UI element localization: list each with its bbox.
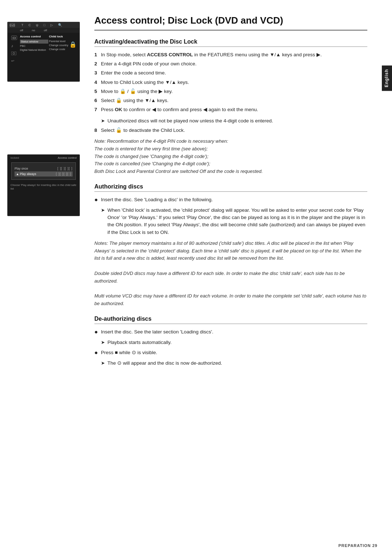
ss1-left-icons: ♪ ↩ (10, 35, 19, 64)
ss1-no: no (32, 29, 35, 32)
ss1-off2: off (44, 29, 47, 32)
language-tab: English (382, 65, 392, 91)
ss2-body: Play once [ ][ ][ ][ ] ▲ Play always [ ]… (11, 162, 76, 180)
step-num-8: 8 (94, 127, 101, 134)
step-text-6: Select 🔒 using the ▼/▲ keys. (101, 97, 367, 104)
step-text-5: Move to 🔒 / 🔓 using the ▶ key. (101, 88, 367, 95)
ss1-col1-item3: Digital Natural Motion (20, 48, 48, 52)
step-num-2: 2 (94, 60, 101, 68)
ss1-col1-header: Access control (20, 35, 48, 38)
arrow-text-1: Unauthorized discs will not be played no… (107, 117, 367, 125)
ss1-nav-psi: ψ (36, 23, 38, 27)
play-always-dots: [ ][ ][ ][ ] (56, 172, 71, 176)
section2-arrow1-text: When 'Child lock' is activated, the 'chi… (107, 207, 367, 236)
section2-notes: Notes: The player memory maintains a lis… (94, 240, 367, 308)
step-num-7: 7 (94, 106, 101, 113)
step-7: 7 Press OK to confirm or ◀ to confirm an… (94, 106, 367, 113)
section3-bullet1-text: Insert the disc. See the later section '… (101, 328, 367, 336)
step-3: 3 Enter the code a second time. (94, 69, 367, 77)
step-5: 5 Move to 🔒 / 🔓 using the ▶ key. (94, 88, 367, 95)
ss1-icon1 (11, 36, 17, 40)
section3-bullet1: ● Insert the disc. See the later section… (94, 328, 367, 336)
section2-bullet1-text: Insert the disc. See 'Loading a disc' in… (101, 196, 367, 203)
arrow-icon-3: ➤ (101, 339, 107, 346)
section1-heading: Activating/deactivating the Disc Lock (94, 39, 367, 47)
circle-symbol-2: ⊙ (117, 360, 123, 366)
step-text-7: Press OK to confirm or ◀ to confirm and … (101, 106, 367, 113)
step-8: 8 Select 🔓 to deactivate the Child Lock. (94, 127, 367, 134)
circle-icon-2: ● (94, 328, 101, 336)
section3-arrow1: ➤ Playback starts automatically. (101, 339, 367, 346)
step-text-4: Move to Child Lock using the ▼/▲ keys. (101, 79, 367, 86)
step-text-3: Enter the code a second time. (101, 69, 367, 77)
ss1-col1-item2: PBC (20, 44, 48, 48)
note-line-3: The code is changed (see 'Changing the 4… (94, 154, 208, 159)
while-label: while (119, 350, 130, 355)
section3-bullet2: ● Press ■ while ⊙ is visible. (94, 349, 367, 357)
section3-bullet2-text: Press ■ while ⊙ is visible. (101, 349, 367, 356)
footer-label: PREPARATION 29 (338, 543, 377, 548)
ss1-topbar: DVD T C ψ □ ▷ 🔍 (8, 22, 79, 28)
ss2-locked-label: locked (11, 156, 19, 159)
note-line-4: The code is cancelled (see 'Changing the… (94, 161, 210, 166)
step-num-4: 4 (94, 79, 101, 86)
ss2-row-playonce: Play once [ ][ ][ ][ ] (15, 166, 73, 171)
deauth-text: will appear and the disc is now de-autho… (123, 360, 222, 366)
play-always-label: ▲ Play always (16, 172, 36, 176)
step-text-8: Select 🔓 to deactivate the Child Lock. (101, 127, 367, 134)
step-text-2: Enter a 4-digit PIN code of your own cho… (101, 60, 367, 68)
arrow-icon-2: ➤ (101, 207, 107, 214)
ss1-content: ♪ ↩ Access control Status window PBC Dig… (8, 33, 79, 66)
main-content: DVD T C ψ □ ▷ 🔍 off no off (0, 0, 382, 555)
circle-symbol-1: ⊙ (132, 350, 138, 355)
step8-list: 8 Select 🔓 to deactivate the Child Lock. (94, 127, 367, 134)
screenshot-menu: DVD T C ψ □ ▷ 🔍 off no off (7, 22, 80, 82)
step-num-6: 6 (94, 97, 101, 104)
ss1-nav-c: C (29, 23, 31, 27)
lock-icon: 🔒 (69, 41, 77, 48)
steps-list: 1 In Stop mode, select ACCESS CONTROL in… (94, 51, 367, 114)
section1-notes: Note: Reconfirmation of the 4-digit PIN … (94, 138, 367, 175)
step-num-5: 5 (94, 88, 101, 95)
screenshot-dialog: locked Access control Play once [ ][ ][ … (7, 154, 80, 216)
ss2-caption: Choose 'Play always' for inserting disc … (8, 181, 79, 193)
step-text-1: In Stop mode, select ACCESS CONTROL in t… (101, 51, 367, 58)
is-visible-label: is visible. (137, 350, 157, 355)
step-num-3: 3 (94, 69, 101, 77)
page-title: Access control; Disc Lock (DVD and VCD) (94, 15, 367, 31)
ss1-col2-header: Child lock (49, 35, 77, 38)
ss1-col1: Access control Status window PBC Digital… (20, 35, 48, 64)
ss1-col2-item3: Change code (49, 48, 77, 51)
press-label: Press (101, 350, 114, 355)
circle-icon-3: ● (94, 349, 101, 357)
play-once-dots: [ ][ ][ ][ ] (57, 167, 73, 170)
ss1-col1-item1: Status window (20, 40, 48, 44)
section3-heading: De-authorizing discs (94, 316, 367, 324)
the-label: The (107, 360, 116, 366)
step-1: 1 In Stop mode, select ACCESS CONTROL in… (94, 51, 367, 58)
play-once-label: Play once (15, 167, 28, 170)
arrow-icon-1: ➤ (101, 117, 107, 125)
ss1-icon4: ↩ (11, 59, 17, 63)
note-line-2: The code is entered for the very first t… (94, 146, 208, 151)
left-panel: DVD T C ψ □ ▷ 🔍 off no off (0, 0, 83, 555)
ss1-nav-sq: □ (43, 23, 45, 27)
section3-arrow1-text: Playback starts automatically. (107, 339, 367, 346)
ss1-off1: off (20, 29, 23, 32)
step-6: 6 Select 🔒 using the ▼/▲ keys. (94, 97, 367, 104)
ss1-nav-tri: ▷ (50, 23, 53, 27)
section2-heading: Authorizing discs (94, 183, 367, 192)
dvd-icon: DVD (10, 23, 15, 27)
ss1-columns: Access control Status window PBC Digital… (20, 35, 77, 64)
note-line-1: Note: Reconfirmation of the 4-digit PIN … (94, 138, 228, 144)
right-panel: Access control; Disc Lock (DVD and VCD) … (83, 0, 382, 555)
ss1-nav-t: T (21, 23, 24, 27)
section2-bullet1: ● Insert the disc. See 'Loading a disc' … (94, 196, 367, 204)
ss1-icon2: ♪ (11, 44, 17, 48)
ss2-access-label: Access control (58, 156, 77, 159)
section2-note2: Double sided DVD discs may have a differ… (94, 271, 345, 284)
step-4: 4 Move to Child Lock using the ▼/▲ keys. (94, 79, 367, 86)
section3-arrow2-text: The ⊙ will appear and the disc is now de… (107, 360, 367, 367)
ss1-icon3 (11, 52, 16, 55)
note-line-5: Both Disc Lock and Parental Control are … (94, 169, 263, 174)
